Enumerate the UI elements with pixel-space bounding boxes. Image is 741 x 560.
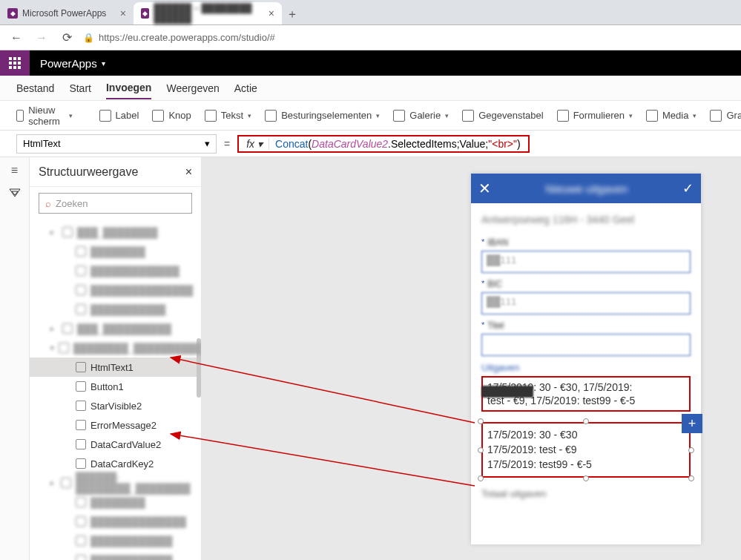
- media-button[interactable]: Media ▾: [646, 110, 696, 122]
- forms-button[interactable]: Formulieren ▾: [557, 110, 633, 122]
- tree-item-label: ████████: [90, 246, 145, 257]
- tree-item[interactable]: ████████████: [30, 550, 201, 560]
- tree-item[interactable]: █████████████: [30, 261, 201, 280]
- datatable-button[interactable]: Gegevenstabel: [462, 110, 543, 122]
- new-screen-button[interactable]: Nieuw scherm ▾: [16, 105, 73, 127]
- selected-item-tag: [481, 386, 533, 398]
- resize-handle[interactable]: [688, 447, 694, 453]
- tab-title: Microsoft PowerApps: [22, 8, 106, 19]
- tree-item[interactable]: StarVisible2: [30, 396, 201, 415]
- back-button[interactable]: ←: [7, 29, 25, 47]
- tree-view-button[interactable]: [7, 187, 22, 199]
- tree-item[interactable]: ▸███_██████████: [30, 319, 201, 338]
- menu-weergeven[interactable]: Weergeven: [166, 78, 219, 99]
- resize-handle[interactable]: [688, 475, 694, 481]
- search-icon: ⌕: [45, 198, 51, 209]
- browser-tab-strip: ◆ Microsoft PowerApps × ◆ ██████ – █████…: [0, 0, 741, 25]
- tree-item[interactable]: ErrorMessage2: [30, 415, 201, 435]
- chevron-icon: ▾: [50, 344, 54, 352]
- app-title[interactable]: PowerApps ▾: [30, 57, 116, 70]
- close-icon[interactable]: ×: [185, 165, 192, 179]
- control-icon: [62, 323, 73, 334]
- tree-item-label: ███_██████████: [77, 323, 171, 335]
- charts-button[interactable]: Grafieken: [710, 110, 741, 122]
- phone-preview: ✕ Nieuwe uitgaven ✓ Antwerpseweg 116H - …: [471, 174, 701, 544]
- control-icon: [76, 401, 86, 411]
- charts-icon: [710, 110, 722, 122]
- browser-tab[interactable]: ◆ Microsoft PowerApps ×: [0, 2, 134, 24]
- browser-tab[interactable]: ◆ ██████ – ████████ ██████ ×: [134, 2, 282, 24]
- tree-item[interactable]: ████████: [30, 493, 201, 512]
- bic-input[interactable]: ██111: [481, 292, 691, 314]
- tree-item-label: █████████████: [90, 266, 180, 277]
- tree-item[interactable]: ███████████████: [30, 280, 201, 300]
- htmltext-selection[interactable]: 17/5/2019: 30 - €30 17/5/2019: test - €9…: [481, 422, 691, 478]
- search-input[interactable]: ⌕ Zoeken: [39, 193, 192, 214]
- control-icon: [76, 497, 86, 507]
- control-icon: [76, 439, 86, 449]
- reload-button[interactable]: ⟳: [58, 29, 76, 47]
- hamburger-button[interactable]: ≡: [7, 165, 22, 177]
- control-icon: [76, 458, 86, 469]
- tree-item-label: ████████████: [90, 555, 173, 561]
- field-label: *Titel: [481, 320, 691, 331]
- url-field[interactable]: 🔒 https://eu.create.powerapps.com/studio…: [83, 32, 734, 43]
- waffle-button[interactable]: [0, 50, 30, 76]
- tree-item-label: DataCardKey2: [90, 458, 154, 470]
- close-icon[interactable]: ×: [120, 7, 126, 19]
- tree-item[interactable]: ▾████████_██████████: [30, 338, 201, 358]
- menu-bestand[interactable]: Bestand: [16, 78, 54, 99]
- tree-item[interactable]: ▸██████-████████_████████: [30, 473, 201, 493]
- tree-item[interactable]: ████████████: [30, 531, 201, 550]
- waffle-icon: [9, 57, 21, 69]
- button-button[interactable]: Knop: [152, 110, 191, 122]
- text-icon: [205, 110, 217, 122]
- tree-item[interactable]: ████████: [30, 242, 201, 261]
- titel-input[interactable]: [481, 334, 691, 356]
- tree-item[interactable]: DataCardKey2: [30, 454, 201, 473]
- menu-invoegen[interactable]: Invoegen: [106, 77, 151, 99]
- text-button[interactable]: Tekst ▾: [205, 110, 251, 122]
- favicon: ◆: [141, 8, 149, 19]
- left-rail: ≡: [0, 157, 30, 560]
- tree-item[interactable]: ▸███_████████: [30, 223, 201, 242]
- property-selector[interactable]: HtmlText ▾: [16, 134, 217, 154]
- close-icon[interactable]: ×: [269, 7, 274, 19]
- label-button[interactable]: Label: [99, 110, 139, 122]
- controls-button[interactable]: Besturingselementen ▾: [265, 110, 380, 122]
- tree-item-label: ██████████████: [90, 516, 186, 527]
- control-icon: [59, 343, 69, 353]
- forward-button[interactable]: →: [33, 29, 50, 47]
- menubar: Bestand Start Invoegen Weergeven Actie: [0, 76, 741, 101]
- chevron-down-icon: ▾: [69, 112, 73, 119]
- menu-start[interactable]: Start: [69, 78, 91, 99]
- canvas[interactable]: ✕ Nieuwe uitgaven ✓ Antwerpseweg 116H - …: [202, 157, 741, 560]
- formula-input[interactable]: Concat(DataCardValue2.SelectedItems;Valu…: [269, 138, 527, 150]
- add-button[interactable]: +: [682, 414, 702, 433]
- check-icon[interactable]: ✓: [682, 180, 694, 197]
- tree-item-label: ████████_██████████: [73, 343, 201, 354]
- tree-item[interactable]: Button1: [30, 377, 201, 396]
- chevron-down-icon: ▾: [248, 112, 251, 119]
- formula-bar: HtmlText ▾ = fx ▾ Concat(DataCardValue2.…: [0, 131, 741, 157]
- resize-handle[interactable]: [583, 475, 589, 481]
- new-tab-button[interactable]: ＋: [282, 4, 303, 24]
- url-text: https://eu.create.powerapps.com/studio/#: [99, 32, 275, 43]
- control-icon: [76, 266, 86, 276]
- control-icon: [76, 362, 86, 372]
- controls-icon: [265, 110, 277, 122]
- resize-handle[interactable]: [478, 447, 484, 453]
- fx-label[interactable]: fx ▾: [240, 138, 269, 150]
- iban-input[interactable]: ██111: [481, 251, 691, 273]
- gallery-button[interactable]: Galerie ▾: [393, 110, 449, 122]
- tree-item-label: ██████-████████_████████: [76, 472, 201, 494]
- tree-item[interactable]: ███████████: [30, 300, 201, 319]
- tree-item[interactable]: DataCardValue2: [30, 435, 201, 454]
- resize-handle[interactable]: [478, 475, 484, 481]
- address-row: Antwerpseweg 116H - 3440 Geel: [481, 209, 691, 233]
- menu-actie[interactable]: Actie: [234, 78, 257, 99]
- tree-item[interactable]: HtmlText1: [30, 358, 201, 377]
- close-icon[interactable]: ✕: [478, 179, 491, 197]
- tree-item[interactable]: ██████████████: [30, 512, 201, 531]
- footer-label: Totaal uitgaven: [481, 488, 691, 499]
